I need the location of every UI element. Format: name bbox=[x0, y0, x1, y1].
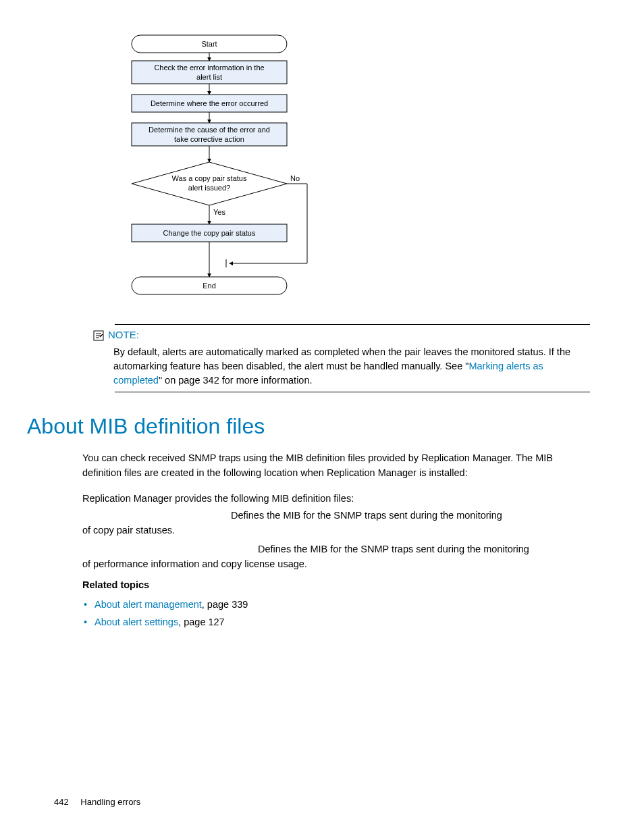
section-p1: You can check received SNMP traps using … bbox=[82, 451, 590, 481]
flowchart-diagram: .box{fill:#e6effa;stroke:#000;stroke-wid… bbox=[122, 34, 324, 304]
svg-text:Determine the cause of the err: Determine the cause of the error and bbox=[149, 126, 270, 134]
related-item-suffix: , page 127 bbox=[178, 617, 225, 627]
related-topics-heading: Related topics bbox=[82, 579, 590, 590]
mib-def-1-lead: Defines the MIB for the SNMP traps sent … bbox=[231, 509, 502, 523]
svg-text:Change the copy pair status: Change the copy pair status bbox=[163, 229, 256, 237]
related-item-suffix: , page 339 bbox=[202, 599, 248, 610]
link-about-alert-management[interactable]: About alert management bbox=[95, 599, 202, 610]
note-text-post: " on page 342 for more information. bbox=[159, 375, 313, 386]
mib-file-2: Defines the MIB for the SNMP traps sent … bbox=[82, 542, 590, 572]
link-about-alert-settings[interactable]: About alert settings bbox=[95, 617, 178, 627]
document-page: .box{fill:#e6effa;stroke:#000;stroke-wid… bbox=[0, 0, 644, 834]
footer-title: Handling errors bbox=[80, 797, 140, 807]
mib-file-1: Defines the MIB for the SNMP traps sent … bbox=[82, 509, 590, 538]
svg-text:Check the error information in: Check the error information in the bbox=[154, 63, 264, 72]
section-p2: Replication Manager provides the followi… bbox=[82, 492, 590, 506]
note-body: By default, alerts are automatically mar… bbox=[113, 345, 590, 388]
related-item: About alert settings, page 127 bbox=[82, 613, 590, 631]
note-icon bbox=[93, 330, 104, 341]
svg-text:End: End bbox=[203, 282, 216, 290]
section-heading: About MIB definition files bbox=[27, 414, 590, 439]
svg-text:alert issued?: alert issued? bbox=[188, 184, 230, 192]
note-block: NOTE: By default, alerts are automatical… bbox=[74, 324, 590, 392]
svg-text:alert list: alert list bbox=[196, 73, 222, 81]
page-number: 442 bbox=[54, 797, 69, 807]
note-label: NOTE: bbox=[108, 329, 139, 340]
svg-text:Determine where the error occu: Determine where the error occurred bbox=[151, 99, 268, 107]
related-topics-list: About alert management, page 339 About a… bbox=[82, 596, 590, 631]
flow-start: Start bbox=[201, 40, 217, 48]
svg-text:No: No bbox=[290, 174, 300, 182]
page-footer: 442 Handling errors bbox=[54, 797, 140, 807]
note-rule-bottom bbox=[115, 392, 590, 392]
mib-def-1-tail: of copy pair statuses. bbox=[82, 525, 175, 536]
note-rule-top bbox=[115, 324, 590, 325]
svg-text:Was a copy pair status: Was a copy pair status bbox=[172, 174, 247, 182]
related-item: About alert management, page 339 bbox=[82, 596, 590, 613]
svg-text:take corrective action: take corrective action bbox=[174, 135, 244, 143]
svg-text:Yes: Yes bbox=[213, 208, 225, 216]
mib-def-2-tail: of performance information and copy lice… bbox=[82, 558, 307, 569]
mib-def-2-lead: Defines the MIB for the SNMP traps sent … bbox=[258, 542, 529, 557]
